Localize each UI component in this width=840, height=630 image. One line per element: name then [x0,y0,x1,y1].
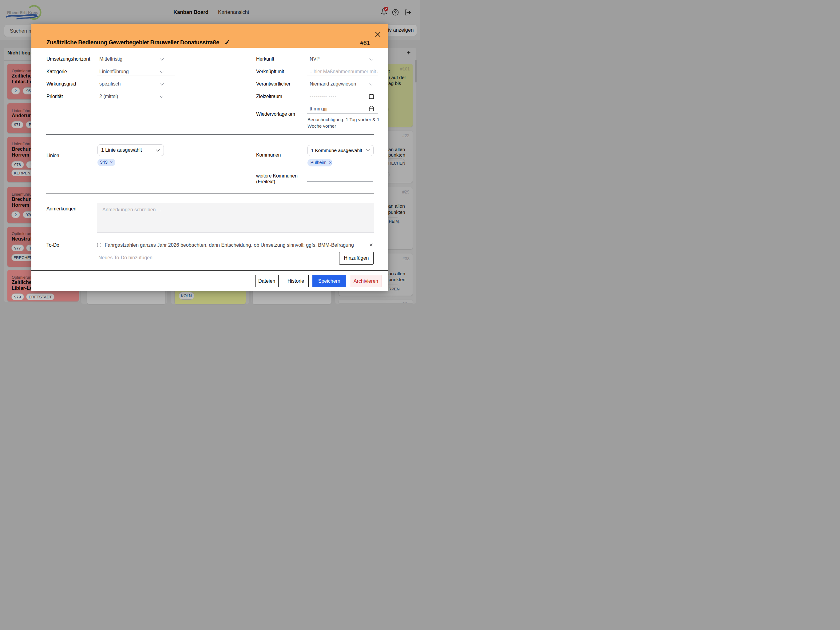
svg-text:2: 2 [385,7,387,11]
